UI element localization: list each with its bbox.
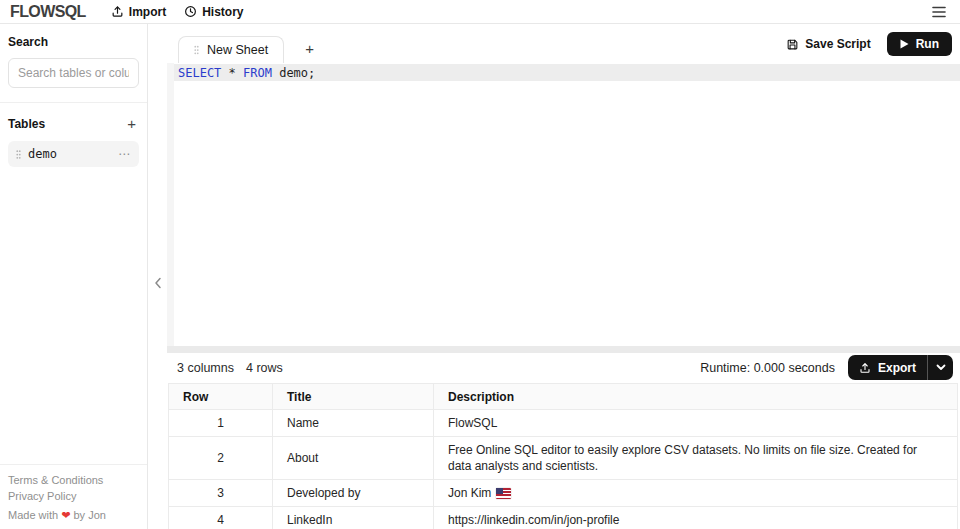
add-sheet-button[interactable]: +	[299, 38, 320, 59]
floppy-disk-icon	[786, 38, 799, 51]
cell-row-number: 4	[169, 507, 273, 529]
column-header-title: Title	[273, 384, 434, 410]
terms-link[interactable]: Terms & Conditions	[8, 474, 139, 486]
made-with-text: Made with	[8, 509, 58, 521]
cell-description: Free Online SQL editor to easily explore…	[434, 437, 958, 480]
run-label: Run	[916, 37, 939, 51]
export-options-button[interactable]	[928, 355, 953, 380]
results-table-wrap: Row Title Description 1 Name FlowSQL 2	[168, 383, 958, 529]
sql-table-ref: demo;	[279, 66, 315, 80]
by-author-text: by Jon	[73, 509, 105, 521]
cell-description: Jon Kim	[434, 480, 958, 507]
cell-title: Developed by	[273, 480, 434, 507]
cell-row-number: 1	[169, 410, 273, 437]
sql-code-line[interactable]: SELECT * FROM demo;	[174, 64, 960, 81]
sql-keyword: SELECT	[178, 66, 229, 80]
save-script-label: Save Script	[805, 37, 870, 51]
search-input[interactable]	[8, 58, 139, 88]
cell-title: Name	[273, 410, 434, 437]
editor-results-resizer[interactable]	[167, 346, 960, 353]
editor-gutter	[167, 63, 174, 346]
app-logo: FLOWSQL	[10, 4, 86, 20]
cell-description: https://linkedin.com/in/jon-profile	[434, 507, 958, 529]
sidebar-tables-section: Tables + demo ⋯	[0, 103, 147, 167]
play-icon	[900, 39, 909, 49]
main-area: New Sheet + Save Script Run	[148, 24, 960, 529]
cell-row-number: 2	[169, 437, 273, 480]
privacy-link[interactable]: Privacy Policy	[8, 490, 139, 502]
made-with-credit: Made with ❤ by Jon	[8, 509, 139, 522]
sidebar: Search Tables + demo ⋯ Terms & Condition…	[0, 24, 148, 529]
us-flag-icon	[496, 488, 511, 499]
sidebar-search-section: Search	[0, 24, 147, 103]
table-more-menu-icon[interactable]: ⋯	[118, 147, 131, 161]
table-header-row: Row Title Description	[169, 384, 958, 410]
table-row: 3 Developed by Jon Kim	[169, 480, 958, 507]
runtime-text: Runtime: 0.000 seconds	[700, 361, 835, 375]
export-label: Export	[878, 361, 916, 375]
export-upload-icon	[859, 362, 871, 374]
save-script-button[interactable]: Save Script	[780, 33, 876, 55]
clock-icon	[184, 5, 197, 18]
app-body: Search Tables + demo ⋯ Terms & Condition…	[0, 24, 960, 529]
search-heading: Search	[8, 35, 139, 49]
import-label: Import	[129, 5, 166, 19]
table-row: 2 About Free Online SQL editor to easily…	[169, 437, 958, 480]
sidebar-collapse-button[interactable]	[152, 275, 164, 291]
run-button[interactable]: Run	[887, 32, 952, 56]
table-row: 4 LinkedIn https://linkedin.com/in/jon-p…	[169, 507, 958, 529]
sql-editor[interactable]: SELECT * FROM demo;	[167, 63, 960, 346]
table-name: demo	[28, 147, 57, 161]
sql-star: *	[229, 66, 243, 80]
cell-title: LinkedIn	[273, 507, 434, 529]
add-table-button[interactable]: +	[124, 116, 139, 131]
table-row: 1 Name FlowSQL	[169, 410, 958, 437]
tab-drag-handle-icon[interactable]	[194, 45, 199, 55]
chevron-down-icon	[936, 364, 946, 371]
sidebar-footer: Terms & Conditions Privacy Policy Made w…	[0, 464, 147, 529]
tab-new-sheet[interactable]: New Sheet	[178, 36, 284, 63]
drag-handle-icon[interactable]	[16, 149, 21, 160]
export-split-button: Export	[848, 355, 953, 380]
rows-count: 4 rows	[246, 361, 283, 375]
tab-label: New Sheet	[207, 43, 268, 57]
results-table: Row Title Description 1 Name FlowSQL 2	[168, 383, 958, 529]
column-header-row: Row	[169, 384, 273, 410]
developer-name: Jon Kim	[448, 486, 491, 500]
chevron-left-icon	[154, 277, 162, 289]
heart-icon: ❤	[61, 509, 70, 521]
hamburger-icon	[932, 6, 946, 18]
cell-description: FlowSQL	[434, 410, 958, 437]
history-button[interactable]: History	[175, 2, 252, 22]
menu-button[interactable]	[928, 3, 950, 21]
tab-bar: New Sheet + Save Script Run	[167, 24, 960, 63]
import-button[interactable]: Import	[102, 2, 175, 22]
navbar: FLOWSQL Import History	[0, 0, 960, 24]
results-meta-bar: 3 columns 4 rows Runtime: 0.000 seconds …	[167, 353, 960, 382]
cell-row-number: 3	[169, 480, 273, 507]
upload-icon	[111, 5, 124, 18]
cell-title: About	[273, 437, 434, 480]
export-button[interactable]: Export	[848, 355, 927, 380]
columns-count: 3 columns	[177, 361, 234, 375]
history-label: History	[202, 5, 243, 19]
sql-keyword: FROM	[243, 66, 279, 80]
tables-heading: Tables	[8, 117, 45, 131]
column-header-description: Description	[434, 384, 958, 410]
sidebar-item-demo-table[interactable]: demo ⋯	[8, 141, 139, 167]
